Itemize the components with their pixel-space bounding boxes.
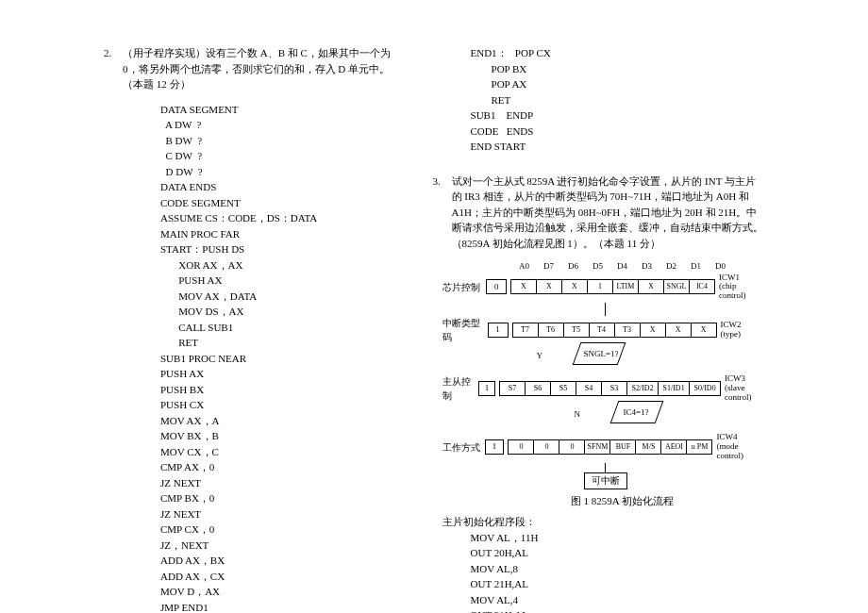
decision-ic4: IC4=1? bbox=[624, 406, 649, 420]
hdr-d3: D3 bbox=[635, 260, 659, 273]
master-init-title: 主片初始化程序段： bbox=[442, 514, 764, 530]
icw4-row: 工作方式 1 0 0 0 SFNM BUF M/S AEOI u PM ICW4… bbox=[442, 433, 764, 461]
hdr-d1: D1 bbox=[684, 260, 709, 273]
hdr-d6: D6 bbox=[561, 260, 586, 273]
master-init-code: MOV AL，11H OUT 20H,AL MOV AL,8 OUT 21H,A… bbox=[471, 530, 764, 613]
icw3-row: 主从控制 1 S7 S6 S5 S4 S3 S2/ID2 S1/ID1 S0/I… bbox=[442, 374, 764, 403]
q2-code-right: END1： POP CX POP BX POP AX RET SUB1 ENDP… bbox=[471, 45, 764, 155]
hdr-d0: D0 bbox=[709, 260, 733, 273]
q2-text: （用子程序实现）设有三个数 A、B 和 C，如果其中一个为 0，将另外两个也清零… bbox=[123, 45, 395, 92]
q2-num: 2. bbox=[104, 45, 123, 92]
hdr-d5: D5 bbox=[586, 260, 610, 273]
figure-caption: 图 1 8259A 初始化流程 bbox=[480, 493, 764, 509]
branch-y: Y bbox=[537, 350, 543, 363]
q3-num: 3. bbox=[433, 174, 452, 252]
flowchart-8259a: A0 D7 D6 D5 D4 D3 D2 D1 D0 芯片控制 0 X X X … bbox=[442, 260, 764, 508]
hdr-d2: D2 bbox=[659, 260, 684, 273]
q2-code: DATA SEGMENT A DW ? B DW ? C DW ? D DW ?… bbox=[160, 102, 395, 614]
hdr-d7: D7 bbox=[537, 260, 561, 273]
icw1-row: 芯片控制 0 X X X 1 LTIM X SNGL IC4 ICW1(chip… bbox=[442, 273, 764, 302]
q3-text: 试对一个主从式 8259A 进行初始化命令字设置，从片的 INT 与主片的 IR… bbox=[452, 174, 764, 252]
hdr-d4: D4 bbox=[610, 260, 635, 273]
branch-n: N bbox=[575, 408, 581, 422]
endbox: 可中断 bbox=[584, 472, 627, 489]
decision-sngl: SNGL=1? bbox=[584, 348, 619, 361]
icw2-row: 中断类型码 1 T7 T6 T5 T4 T3 X X X ICW2(type) bbox=[442, 316, 764, 344]
hdr-a0: A0 bbox=[512, 260, 537, 273]
